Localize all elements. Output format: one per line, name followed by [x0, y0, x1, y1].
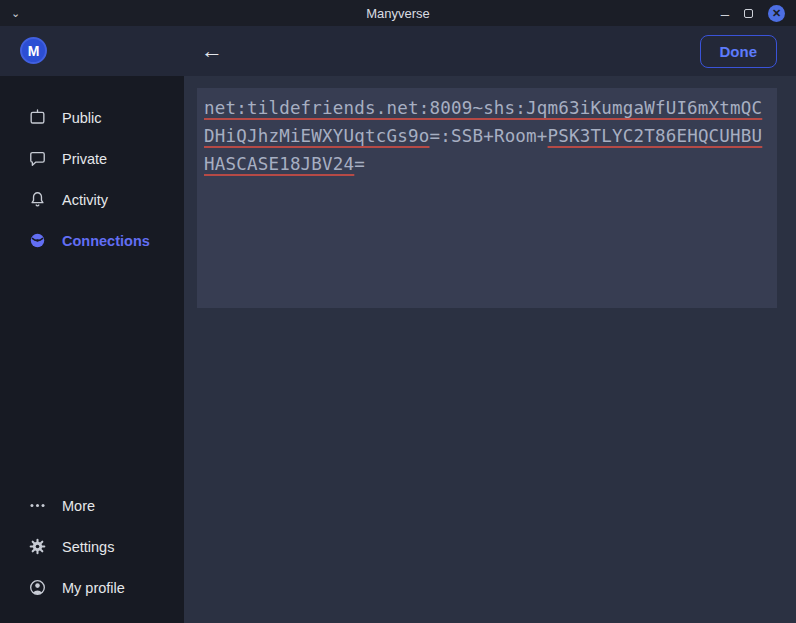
network-circle-icon	[27, 231, 47, 251]
invite-code-segment: =	[354, 154, 365, 174]
sidebar-item-label: More	[62, 498, 95, 514]
manyverse-logo: M	[20, 37, 47, 64]
sidebar-item-label: Public	[62, 110, 102, 126]
done-button[interactable]: Done	[700, 35, 778, 68]
sidebar-item-label: Activity	[62, 192, 108, 208]
person-circle-icon	[27, 578, 47, 598]
invite-code-segment: =:	[429, 126, 450, 146]
sidebar-item-label: Connections	[62, 233, 150, 249]
app-header: M ← Done	[0, 26, 796, 76]
back-button[interactable]: ←	[201, 40, 223, 62]
sidebar-item-settings[interactable]: Settings	[0, 526, 184, 567]
main-content: net:tildefriends.net:8009~shs:Jqm63iKumg…	[184, 76, 796, 623]
sidebar-item-connections[interactable]: Connections	[0, 220, 184, 261]
invite-code-line: HASCASE18JBV24=	[204, 150, 770, 178]
restore-button[interactable]	[744, 9, 753, 18]
bell-icon	[27, 190, 47, 210]
speech-bubble-icon	[27, 149, 47, 169]
sidebar-item-label: My profile	[62, 580, 125, 596]
sidebar-item-activity[interactable]: Activity	[0, 179, 184, 220]
bulletin-board-icon	[27, 108, 47, 128]
invite-code-segment: PSK3TLYC2T86EHQCUHBU	[548, 126, 763, 146]
invite-code-segment: HASCASE18JBV24	[204, 154, 354, 174]
close-button[interactable]: ✕	[768, 5, 785, 22]
invite-code-input[interactable]: net:tildefriends.net:8009~shs:Jqm63iKumg…	[197, 88, 777, 308]
window-menu-chevron-icon[interactable]: ⌄	[11, 8, 20, 19]
sidebar-item-more[interactable]: More	[0, 485, 184, 526]
sidebar-item-label: Private	[62, 151, 107, 167]
invite-code-line: DHiQJhzMiEWXYUqtcGs9o=:SSB+Room+PSK3TLYC…	[204, 122, 770, 150]
sidebar-nav: Public Private Activity	[0, 76, 184, 261]
sidebar-item-my-profile[interactable]: My profile	[0, 567, 184, 608]
sidebar-footer: More	[0, 485, 184, 623]
invite-code-line: net:tildefriends.net:8009~shs:Jqm63iKumg…	[204, 94, 770, 122]
window-controls: – ✕	[721, 5, 796, 22]
sidebar-item-public[interactable]: Public	[0, 97, 184, 138]
minimize-button[interactable]: –	[721, 6, 729, 21]
sidebar-item-label: Settings	[62, 539, 114, 555]
invite-code-segment: DHiQJhzMiEWXYUqtcGs9o	[204, 126, 429, 146]
window-title: Manyverse	[0, 6, 796, 21]
sidebar-item-private[interactable]: Private	[0, 138, 184, 179]
invite-code-segment: net:tildefriends.net:8009~shs:Jqm63iKumg…	[204, 98, 762, 118]
invite-code-segment: SSB+Room+	[451, 126, 548, 146]
ellipsis-icon	[27, 496, 47, 516]
window-titlebar: ⌄ Manyverse – ✕	[0, 0, 796, 26]
gear-icon	[27, 537, 47, 557]
sidebar: Public Private Activity	[0, 76, 184, 623]
